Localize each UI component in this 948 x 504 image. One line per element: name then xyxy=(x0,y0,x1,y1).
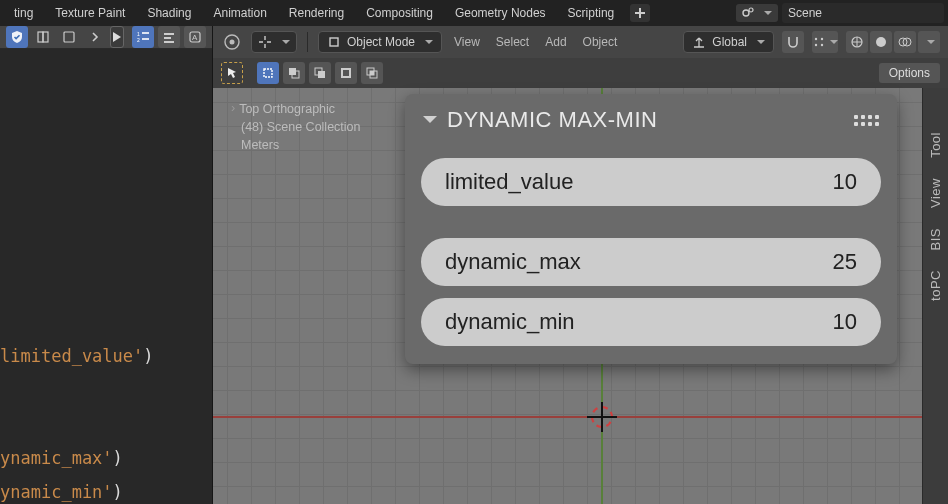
operator-panel: DYNAMIC MAX-MIN limited_value 10 dynamic… xyxy=(405,94,897,364)
svg-text:2: 2 xyxy=(137,37,140,43)
side-tab[interactable]: BIS xyxy=(928,218,943,260)
workspace-tab[interactable]: Scripting xyxy=(558,2,625,24)
workspace-tab[interactable]: ting xyxy=(4,2,43,24)
shading-solid-icon[interactable] xyxy=(870,31,892,53)
mode-dropdown[interactable]: Object Mode xyxy=(318,31,442,53)
select-set-button[interactable] xyxy=(257,62,279,84)
play-icon xyxy=(112,31,122,43)
mode-label: Object Mode xyxy=(347,35,415,49)
tweak-select-button[interactable] xyxy=(221,62,243,84)
svg-rect-32 xyxy=(370,71,374,75)
units-label: Meters xyxy=(231,136,361,154)
scene-browse-icon xyxy=(742,6,756,20)
shield-check-icon[interactable] xyxy=(6,26,28,48)
menu-select[interactable]: Select xyxy=(492,35,533,49)
magnet-icon xyxy=(786,35,800,49)
workspace-tab[interactable]: Geometry Nodes xyxy=(445,2,556,24)
chevron-right-icon[interactable] xyxy=(84,26,106,48)
field-label: limited_value xyxy=(445,169,573,195)
snap-increment-icon xyxy=(812,35,826,49)
workspace-tab[interactable]: Shading xyxy=(137,2,201,24)
object-mode-icon xyxy=(327,35,341,49)
svg-point-19 xyxy=(815,44,817,46)
shading-dropdown[interactable] xyxy=(918,31,940,53)
code-line: ynamic_min') xyxy=(0,475,212,504)
svg-rect-8 xyxy=(142,38,149,40)
text-browse-icon[interactable] xyxy=(32,26,54,48)
code-line: ynamic_max') xyxy=(0,441,212,475)
svg-rect-10 xyxy=(164,37,171,39)
viewport-overlay-text: ›Top Orthographic (48) Scene Collection … xyxy=(231,100,361,154)
editor-type-icon[interactable] xyxy=(221,31,243,53)
side-tab[interactable]: toPC xyxy=(928,260,943,311)
svg-point-20 xyxy=(821,44,823,46)
run-script-button[interactable] xyxy=(110,26,124,48)
viewport-toolrow: Options xyxy=(213,58,948,88)
workspace-tab-bar: ting Texture Paint Shading Animation Ren… xyxy=(0,0,948,26)
svg-point-17 xyxy=(815,38,817,40)
text-list-icon[interactable] xyxy=(58,26,80,48)
drag-handle-icon[interactable] xyxy=(854,115,879,126)
scene-name-field[interactable] xyxy=(782,3,944,23)
svg-rect-16 xyxy=(330,38,338,46)
pivot-dropdown[interactable] xyxy=(251,31,297,53)
field-value: 10 xyxy=(833,309,857,335)
select-subtract-button[interactable] xyxy=(309,62,331,84)
svg-point-1 xyxy=(749,8,753,12)
select-invert-button[interactable] xyxy=(335,62,357,84)
cursor-3d-icon xyxy=(591,406,613,428)
scene-browse-button[interactable] xyxy=(736,4,778,22)
menu-view[interactable]: View xyxy=(450,35,484,49)
svg-rect-7 xyxy=(142,32,149,34)
field-label: dynamic_max xyxy=(445,249,581,275)
plus-icon xyxy=(635,8,645,18)
cursor-arrow-icon xyxy=(226,67,238,79)
workspace-tab[interactable]: Texture Paint xyxy=(45,2,135,24)
svg-rect-9 xyxy=(164,33,174,35)
collection-label: (48) Scene Collection xyxy=(231,118,361,136)
svg-point-22 xyxy=(876,37,886,47)
field-value: 10 xyxy=(833,169,857,195)
shading-wireframe-icon[interactable] xyxy=(846,31,868,53)
code-line: limited_value') xyxy=(0,339,212,373)
panel-header[interactable]: DYNAMIC MAX-MIN xyxy=(405,94,897,146)
code-line xyxy=(0,407,212,441)
side-tab[interactable]: View xyxy=(928,168,943,218)
svg-point-0 xyxy=(743,10,749,16)
snap-options-dropdown[interactable] xyxy=(812,31,838,53)
field-value: 25 xyxy=(833,249,857,275)
workspace-tab[interactable]: Rendering xyxy=(279,2,354,24)
workspace-tab[interactable]: Compositing xyxy=(356,2,443,24)
svg-rect-3 xyxy=(43,32,48,42)
svg-rect-2 xyxy=(38,32,43,42)
svg-rect-11 xyxy=(164,41,174,43)
svg-rect-25 xyxy=(264,69,272,77)
add-workspace-button[interactable] xyxy=(630,4,650,22)
syntax-highlight-icon[interactable]: A xyxy=(184,26,206,48)
tool-options-button[interactable]: Options xyxy=(879,63,940,83)
side-tab[interactable]: Tool xyxy=(928,122,943,168)
svg-text:A: A xyxy=(192,33,198,42)
line-numbers-icon[interactable]: 12 xyxy=(132,26,154,48)
code-line xyxy=(0,373,212,407)
orientation-dropdown[interactable]: Global xyxy=(683,31,774,53)
viewport-3d: Object Mode View Select Add Object Globa… xyxy=(213,26,948,504)
workspace-tab[interactable]: Animation xyxy=(203,2,276,24)
number-field[interactable]: dynamic_min 10 xyxy=(421,298,881,346)
viewport-header: Object Mode View Select Add Object Globa… xyxy=(213,26,948,58)
snap-button[interactable] xyxy=(782,31,804,53)
orientation-label: Global xyxy=(712,35,747,49)
text-editor-body[interactable]: limited_value') ynamic_max') ynamic_min'… xyxy=(0,49,212,504)
number-field[interactable]: dynamic_max 25 xyxy=(421,238,881,286)
menu-object[interactable]: Object xyxy=(579,35,622,49)
select-intersect-button[interactable] xyxy=(361,62,383,84)
disclosure-triangle-icon xyxy=(423,116,437,130)
number-field[interactable]: limited_value 10 xyxy=(421,158,881,206)
word-wrap-icon[interactable] xyxy=(158,26,180,48)
svg-rect-4 xyxy=(64,32,74,42)
shading-overlay-icon[interactable] xyxy=(894,31,916,53)
axis-x-line xyxy=(213,416,948,418)
menu-add[interactable]: Add xyxy=(541,35,570,49)
svg-point-15 xyxy=(230,40,235,45)
select-extend-button[interactable] xyxy=(283,62,305,84)
